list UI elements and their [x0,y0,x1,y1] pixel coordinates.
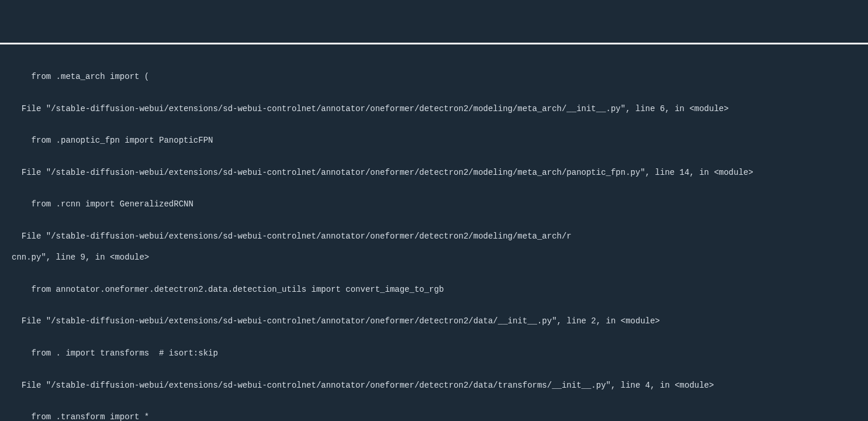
traceback-file-line-wrapped-cont: cnn.py", line 9, in <module> [12,252,868,263]
traceback-import-line: from annotator.oneformer.detectron2.data… [12,284,868,295]
window-border-top [0,43,868,44]
terminal-output: from .meta_arch import ( File "/stable-d… [0,55,868,421]
traceback-file-line-wrapped: File "/stable-diffusion-webui/extensions… [12,231,868,241]
traceback-file-line: File "/stable-diffusion-webui/extensions… [12,103,868,114]
traceback-import-line: from .transform import * [12,412,868,421]
traceback-file-line: File "/stable-diffusion-webui/extensions… [12,316,868,326]
traceback-import-line: from . import transforms # isort:skip [12,348,868,358]
traceback-import-line: from .panoptic_fpn import PanopticFPN [12,135,868,146]
traceback-import-line: from .meta_arch import ( [12,71,868,82]
traceback-file-line: File "/stable-diffusion-webui/extensions… [12,167,868,178]
traceback-import-line: from .rcnn import GeneralizedRCNN [12,199,868,209]
traceback-file-line: File "/stable-diffusion-webui/extensions… [12,380,868,391]
